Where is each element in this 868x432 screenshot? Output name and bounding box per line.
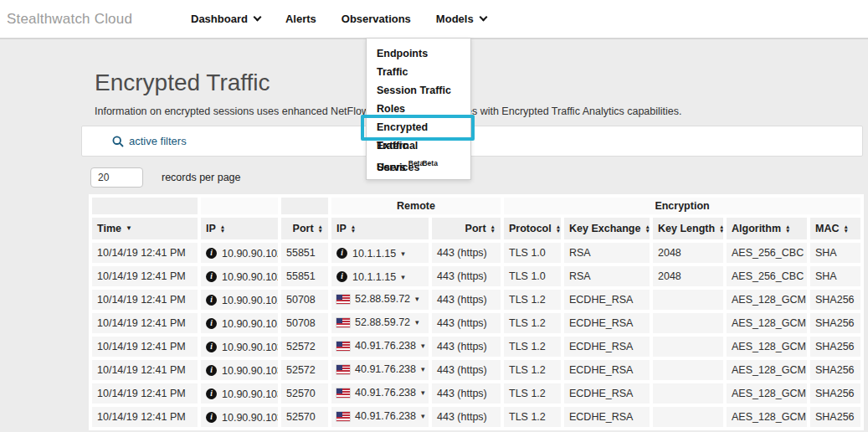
algorithm-cell: AES_128_GCM xyxy=(727,383,807,404)
column-header-ip[interactable]: IP▲▼ xyxy=(201,218,278,239)
ip-address: 40.91.76.238 xyxy=(355,387,416,399)
mac-cell: SHA256 xyxy=(810,383,860,404)
table-row: 10/14/19 12:41 PMi10.90.90.102▾55851i10.… xyxy=(92,243,860,263)
algorithm-cell: AES_128_GCM xyxy=(727,337,807,357)
algorithm-cell: AES_128_GCM xyxy=(727,290,807,310)
ip-dropdown[interactable]: 52.88.59.72▾ xyxy=(336,316,419,328)
key-exchange-cell: ECDHE_RSA xyxy=(564,360,650,380)
nav-item-models[interactable]: Models xyxy=(436,13,486,25)
nav-item-observations[interactable]: Observations xyxy=(342,13,411,25)
key-exchange-cell: ECDHE_RSA xyxy=(564,290,650,310)
info-icon[interactable]: i xyxy=(206,318,217,329)
models-menu-item-external-services[interactable]: External ServicesBeta xyxy=(367,136,470,155)
column-label: MAC xyxy=(815,223,839,234)
local-port-cell: 52572 xyxy=(281,360,328,380)
column-header-protocol[interactable]: Protocol▲▼ xyxy=(504,218,561,239)
column-header-remote-port[interactable]: Port▲▼ xyxy=(432,218,501,239)
models-menu-item-endpoints[interactable]: Endpoints xyxy=(367,44,470,63)
records-per-page-input[interactable] xyxy=(90,167,143,188)
column-header-key-length[interactable]: Key Length▲▼ xyxy=(653,218,723,239)
caret-down-icon: ▾ xyxy=(421,365,425,373)
active-filters-toggle[interactable]: active filters xyxy=(112,135,187,147)
protocol-cell: TLS 1.2 xyxy=(504,360,561,380)
ip-address: 10.90.90.103 xyxy=(222,412,278,424)
local-ip-cell: i10.90.90.101▾ xyxy=(201,290,278,310)
active-filters-label: active filters xyxy=(129,135,187,147)
ip-dropdown[interactable]: i10.90.90.103▾ xyxy=(206,412,278,424)
ip-address: 10.1.1.15 xyxy=(352,248,396,260)
nav-item-alerts[interactable]: Alerts xyxy=(285,13,316,25)
sort-icon: ▲▼ xyxy=(220,224,225,233)
column-header-time[interactable]: Time▼ xyxy=(92,218,198,239)
info-icon[interactable]: i xyxy=(206,271,217,282)
ip-dropdown[interactable]: i10.90.90.101▾ xyxy=(206,295,278,306)
menu-item-label: Users xyxy=(377,162,406,173)
column-header-port[interactable]: Port▲▼ xyxy=(281,218,328,239)
key-length-cell: 2048 xyxy=(653,243,723,263)
column-label: IP xyxy=(206,223,216,234)
key-exchange-cell: RSA xyxy=(564,243,650,263)
ip-dropdown[interactable]: i10.90.90.103▾ xyxy=(206,388,278,400)
local-port-cell: 50708 xyxy=(281,313,328,333)
ip-dropdown[interactable]: i10.90.90.103▾ xyxy=(206,342,278,353)
us-flag-icon xyxy=(336,318,350,327)
ip-address: 10.1.1.15 xyxy=(352,271,396,283)
info-icon[interactable]: i xyxy=(336,271,347,282)
caret-down-icon: ▾ xyxy=(415,318,419,327)
ip-dropdown[interactable]: 40.91.76.238▾ xyxy=(336,340,425,352)
us-flag-icon xyxy=(336,295,350,304)
top-navigation-bar: Stealthwatch Cloud DashboardAlertsObserv… xyxy=(0,0,868,39)
ip-address: 10.90.90.103 xyxy=(222,342,278,353)
app-brand: Stealthwatch Cloud xyxy=(7,11,132,28)
ip-dropdown[interactable]: i10.90.90.102▾ xyxy=(206,271,278,283)
mac-cell: SHA256 xyxy=(810,407,860,427)
ip-dropdown[interactable]: 52.88.59.72▾ xyxy=(336,293,419,305)
protocol-cell: TLS 1.2 xyxy=(504,383,561,404)
info-icon[interactable]: i xyxy=(206,412,217,423)
remote-port-cell: 443 (https) xyxy=(432,313,501,333)
ip-dropdown[interactable]: i10.90.90.103▾ xyxy=(206,365,278,377)
table-row: 10/14/19 12:41 PMi10.90.90.101▾5070852.8… xyxy=(92,313,860,333)
models-menu-item-traffic[interactable]: Traffic xyxy=(367,63,470,81)
remote-port-cell: 443 (https) xyxy=(432,337,501,357)
table-row: 10/14/19 12:41 PMi10.90.90.102▾55851i10.… xyxy=(92,266,860,286)
ip-dropdown[interactable]: i10.90.90.101▾ xyxy=(206,318,278,330)
ip-address: 40.91.76.238 xyxy=(355,363,416,375)
models-menu-item-roles[interactable]: Roles xyxy=(367,100,470,118)
column-header-algorithm[interactable]: Algorithm▲▼ xyxy=(727,218,807,239)
models-menu-item-users[interactable]: UsersBeta xyxy=(367,155,470,173)
info-icon[interactable]: i xyxy=(206,342,217,352)
info-icon[interactable]: i xyxy=(206,295,217,306)
table-group-header-row: Remote Encryption xyxy=(92,198,860,214)
local-ip-cell: i10.90.90.102▾ xyxy=(201,266,278,286)
key-length-cell xyxy=(653,290,723,310)
column-header-key-exchange[interactable]: Key Exchange▲▼ xyxy=(564,218,650,239)
ip-dropdown[interactable]: i10.1.1.15▾ xyxy=(336,248,405,260)
ip-dropdown[interactable]: i10.1.1.15▾ xyxy=(336,271,405,283)
models-menu-item-session-traffic[interactable]: Session Traffic xyxy=(367,81,470,100)
remote-port-cell: 443 (https) xyxy=(432,243,501,263)
ip-dropdown[interactable]: 40.91.76.238▾ xyxy=(336,363,425,375)
info-icon[interactable]: i xyxy=(206,365,217,376)
caret-down-icon: ▾ xyxy=(401,273,405,281)
local-ip-cell: i10.90.90.103▾ xyxy=(201,337,278,357)
time-cell: 10/14/19 12:41 PM xyxy=(92,243,198,263)
ip-dropdown[interactable]: 40.91.76.238▾ xyxy=(336,387,425,399)
info-icon[interactable]: i xyxy=(336,248,347,259)
ip-address: 10.90.90.102 xyxy=(222,271,278,283)
nav-item-dashboard[interactable]: Dashboard xyxy=(191,13,260,25)
key-exchange-cell: ECDHE_RSA xyxy=(564,337,650,357)
column-header-mac[interactable]: MAC▲▼ xyxy=(810,218,860,239)
info-icon[interactable]: i xyxy=(206,248,217,259)
records-per-page-label: records per page xyxy=(162,172,241,183)
ip-dropdown[interactable]: i10.90.90.102▾ xyxy=(206,248,278,260)
time-cell: 10/14/19 12:41 PM xyxy=(92,360,198,380)
page-title: Encrypted Traffic xyxy=(95,71,868,95)
caret-down-icon: ▾ xyxy=(415,295,419,303)
caret-down-icon: ▾ xyxy=(421,412,425,420)
ip-dropdown[interactable]: 40.91.76.238▾ xyxy=(336,410,425,422)
column-header-remote-ip[interactable]: IP▲▼ xyxy=(331,218,429,239)
info-icon[interactable]: i xyxy=(206,388,217,399)
table-body: 10/14/19 12:41 PMi10.90.90.102▾55851i10.… xyxy=(92,243,860,427)
models-menu-item-encrypted-traffic[interactable]: Encrypted Traffic xyxy=(367,118,470,136)
